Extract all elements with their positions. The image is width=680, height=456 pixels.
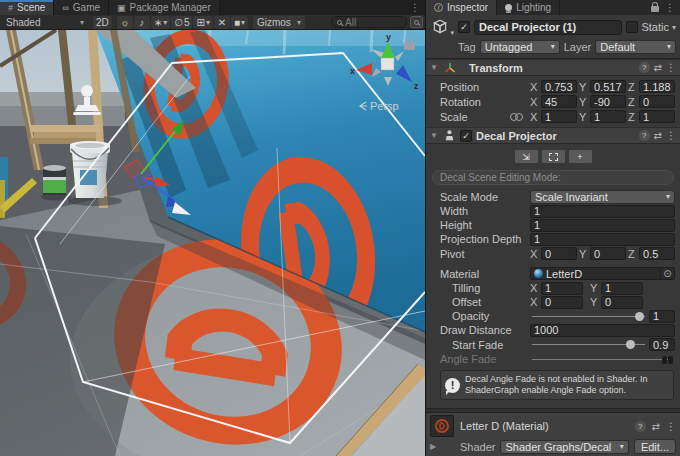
axis-y-label: Y — [590, 296, 599, 308]
2d-toggle-button[interactable]: 2D — [93, 16, 112, 29]
static-checkbox[interactable] — [626, 21, 638, 33]
projection-depth-label: Projection Depth — [440, 233, 528, 245]
lock-icon[interactable] — [651, 6, 659, 12]
gizmos-dropdown[interactable]: Gizmos ▾ — [253, 16, 305, 29]
offset-y-field[interactable]: 0 — [601, 296, 643, 309]
tools-icon: ✕ — [218, 17, 226, 28]
width-field[interactable]: 1 — [530, 205, 675, 218]
lighting-toggle-button[interactable]: ☼ — [117, 16, 133, 29]
draw-distance-label: Draw Distance — [440, 324, 528, 336]
active-checkbox[interactable]: ✓ — [458, 21, 470, 33]
position-y-field[interactable]: 0.517 — [590, 80, 626, 93]
rotation-label: Rotation — [440, 96, 528, 108]
transform-header[interactable]: ▼ Transform ? ⇄ ⋮ — [426, 59, 680, 76]
height-field[interactable]: 1 — [530, 219, 675, 232]
component-tools-button[interactable]: ✕ — [214, 16, 230, 29]
chevron-down-icon: ▾ — [667, 42, 671, 51]
gameobject-icon[interactable]: ▾ — [430, 18, 454, 36]
scene-tabbar: # Scene ∞ Game ▣ Package Manager ⋮ — [0, 0, 425, 15]
pivot-y-field[interactable]: 0 — [590, 247, 626, 260]
help-icon[interactable]: ? — [639, 130, 650, 141]
opacity-slider[interactable] — [530, 310, 647, 323]
pivot-z-field[interactable]: 0.5 — [639, 247, 675, 260]
transform-icon — [443, 61, 457, 75]
pivot-x-field[interactable]: 0 — [541, 247, 577, 260]
draw-mode-label: Shaded — [6, 17, 40, 28]
axis-y-label: Y — [590, 282, 599, 294]
crop-edit-mode-button[interactable] — [541, 149, 566, 164]
wood-plank-stack — [34, 132, 96, 138]
start-fade-field[interactable]: 0.9 — [649, 338, 675, 351]
material-thumbnail[interactable] — [430, 415, 454, 437]
decal-projector-header[interactable]: ▼ ✓ Decal Projector ? ⇄ ⋮ — [426, 127, 680, 144]
tag-dropdown[interactable]: Untagged ▾ — [480, 40, 560, 54]
scene-toolbar: Shaded ▾ 2D ☼ ♪ ∗ ▾ ∅ 5 ⊞ — [0, 15, 425, 30]
tab-game[interactable]: ∞ Game — [54, 0, 109, 15]
rotation-y-field[interactable]: -90 — [590, 95, 626, 108]
menu-icon[interactable]: ⋮ — [666, 421, 676, 432]
foldout-icon[interactable]: ▶ — [430, 442, 439, 451]
opacity-field[interactable]: 1 — [649, 310, 675, 323]
start-fade-slider[interactable] — [530, 338, 647, 351]
layer-dropdown[interactable]: Default ▾ — [595, 40, 676, 54]
edit-mode-buttons: ⇲ + — [426, 147, 680, 166]
gameobject-name-field[interactable]: Decal Projector (1) — [474, 20, 622, 35]
projection-depth-field[interactable]: 1 — [530, 233, 675, 246]
scale-z-field[interactable]: 1 — [639, 110, 675, 123]
inspector-menu-icon[interactable]: ⋮ — [665, 2, 675, 13]
menu-icon[interactable]: ⋮ — [666, 62, 676, 73]
material-object-field[interactable]: LetterD ⊙ — [530, 267, 675, 280]
axis-x-label: X — [530, 81, 539, 93]
scene-search-input[interactable]: All — [331, 16, 407, 28]
shader-dropdown[interactable]: Shader Graphs/Decal ▾ — [500, 440, 628, 454]
scene-viewport[interactable]: y x z Persp — [0, 30, 425, 456]
warning-icon: ! — [445, 378, 460, 393]
draw-distance-field[interactable]: 1000 — [530, 324, 675, 337]
scale-edit-mode-button[interactable]: ⇲ — [514, 149, 539, 164]
pivot-edit-mode-button[interactable]: + — [568, 149, 593, 164]
tilling-x-field[interactable]: 1 — [541, 282, 583, 295]
object-picker-icon[interactable]: ⊙ — [660, 267, 674, 280]
tab-package-manager[interactable]: ▣ Package Manager — [109, 0, 220, 15]
scale-x-field[interactable]: 1 — [541, 110, 577, 123]
tab-inspector[interactable]: i Inspector — [426, 0, 497, 15]
position-x-field[interactable]: 0.753 — [541, 80, 577, 93]
audio-toggle-button[interactable]: ♪ — [134, 16, 150, 29]
position-z-field[interactable]: 1.188 — [639, 80, 675, 93]
help-icon[interactable]: ? — [639, 62, 650, 73]
material-asset-header[interactable]: Letter D (Material) ? ⇄ ⋮ ▶ Shader Shade… — [426, 413, 680, 456]
edit-shader-button[interactable]: Edit... — [634, 439, 676, 454]
offset-x-field[interactable]: 0 — [541, 296, 583, 309]
static-toggle[interactable]: Static ▾ — [626, 21, 676, 33]
persp-label[interactable]: Persp — [360, 100, 399, 112]
component-enabled-checkbox[interactable]: ✓ — [460, 130, 472, 142]
search-window-icon[interactable] — [410, 16, 423, 28]
gizmo-center-cube[interactable] — [381, 58, 394, 70]
material-sphere-icon — [534, 269, 543, 278]
foldout-icon[interactable]: ▼ — [430, 131, 439, 140]
tilling-y-field[interactable]: 1 — [601, 282, 643, 295]
rotation-z-field[interactable]: 0 — [639, 95, 675, 108]
hidden-objects-button[interactable]: ∅ 5 — [171, 16, 192, 29]
presets-icon[interactable]: ⇄ — [654, 130, 662, 141]
constrain-proportions-icon[interactable] — [510, 112, 522, 121]
package-icon: ▣ — [117, 3, 126, 13]
menu-icon[interactable]: ⋮ — [666, 130, 676, 141]
draw-mode-dropdown[interactable]: Shaded ▾ — [2, 16, 88, 29]
scene-render[interactable]: y x z Persp — [0, 30, 425, 456]
tab-scene[interactable]: # Scene — [0, 0, 54, 15]
grid-dropdown-button[interactable]: ⊞ ▾ — [193, 16, 212, 29]
presets-icon[interactable]: ⇄ — [654, 62, 662, 73]
tabbar-spacer — [220, 0, 405, 15]
scene-tab-menu-icon[interactable]: ⋮ — [405, 0, 425, 15]
foldout-icon[interactable]: ▼ — [430, 63, 439, 72]
rotation-x-field[interactable]: 45 — [541, 95, 577, 108]
help-icon[interactable]: ? — [635, 421, 646, 432]
gizmo-z-label: z — [414, 81, 419, 91]
presets-icon[interactable]: ⇄ — [652, 421, 660, 432]
scale-y-field[interactable]: 1 — [590, 110, 626, 123]
effects-dropdown-button[interactable]: ∗ ▾ — [151, 16, 170, 29]
camera-dropdown-button[interactable]: ■ ▾ — [231, 16, 248, 29]
tab-lighting[interactable]: Lighting — [497, 0, 560, 15]
scale-mode-dropdown[interactable]: Scale Invariant ▾ — [530, 190, 675, 204]
